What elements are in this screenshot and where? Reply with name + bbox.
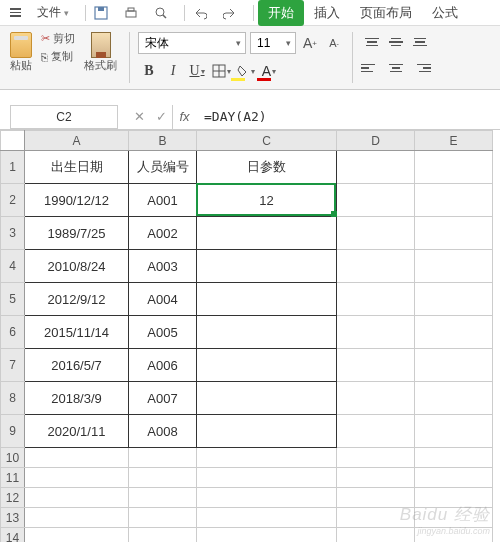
cell[interactable]: 1990/12/12 (25, 184, 129, 217)
paste-button[interactable]: 粘贴 (6, 30, 36, 75)
cell[interactable]: A002 (129, 217, 197, 250)
cell[interactable] (197, 382, 337, 415)
cell[interactable]: A006 (129, 349, 197, 382)
redo-icon[interactable] (219, 4, 241, 22)
cell[interactable]: A008 (129, 415, 197, 448)
cell[interactable] (337, 316, 415, 349)
col-header-c[interactable]: C (197, 131, 337, 151)
cell[interactable] (25, 468, 129, 488)
align-left-button[interactable] (361, 58, 383, 78)
row-header[interactable]: 8 (1, 382, 25, 415)
cell[interactable] (197, 349, 337, 382)
row-header[interactable]: 10 (1, 448, 25, 468)
cell[interactable] (197, 508, 337, 528)
cell[interactable] (415, 316, 493, 349)
cell[interactable]: 2015/11/14 (25, 316, 129, 349)
cell[interactable] (197, 448, 337, 468)
cell[interactable] (337, 217, 415, 250)
cell[interactable] (197, 415, 337, 448)
decrease-font-button[interactable]: A- (324, 33, 344, 53)
formula-input[interactable] (196, 105, 500, 129)
fx-button[interactable]: fx (172, 105, 196, 129)
cell[interactable]: 2016/5/7 (25, 349, 129, 382)
row-header[interactable]: 9 (1, 415, 25, 448)
cell[interactable] (415, 151, 493, 184)
col-header-a[interactable]: A (25, 131, 129, 151)
underline-button[interactable]: U (186, 60, 208, 82)
cell[interactable] (337, 382, 415, 415)
tab-insert[interactable]: 插入 (304, 0, 350, 26)
bold-button[interactable]: B (138, 60, 160, 82)
cell[interactable] (25, 488, 129, 508)
align-middle-button[interactable] (385, 32, 407, 52)
col-header-e[interactable]: E (415, 131, 493, 151)
cell[interactable]: 12 (197, 184, 337, 217)
format-painter-button[interactable]: 格式刷 (80, 30, 121, 75)
cell[interactable] (337, 184, 415, 217)
cell[interactable] (415, 382, 493, 415)
cell[interactable]: A007 (129, 382, 197, 415)
cell[interactable] (197, 316, 337, 349)
cell[interactable] (337, 151, 415, 184)
cell[interactable] (197, 528, 337, 543)
cell[interactable] (337, 415, 415, 448)
select-all-corner[interactable] (1, 131, 25, 151)
app-menu-button[interactable] (6, 6, 25, 19)
cell[interactable]: 2020/1/11 (25, 415, 129, 448)
cell[interactable]: A001 (129, 184, 197, 217)
italic-button[interactable]: I (162, 60, 184, 82)
accept-icon[interactable]: ✓ (150, 105, 172, 129)
cancel-icon[interactable]: ✕ (128, 105, 150, 129)
cell[interactable] (415, 250, 493, 283)
tab-layout[interactable]: 页面布局 (350, 0, 422, 26)
col-header-d[interactable]: D (337, 131, 415, 151)
cell[interactable] (129, 448, 197, 468)
cell[interactable] (197, 217, 337, 250)
tab-formula[interactable]: 公式 (422, 0, 468, 26)
name-box[interactable]: C2 (10, 105, 118, 129)
row-header[interactable]: 6 (1, 316, 25, 349)
cell[interactable] (197, 250, 337, 283)
copy-button[interactable]: ⎘复制 (39, 48, 77, 65)
row-header[interactable]: 13 (1, 508, 25, 528)
row-header[interactable]: 14 (1, 528, 25, 543)
row-header[interactable]: 2 (1, 184, 25, 217)
undo-icon[interactable] (189, 4, 211, 22)
cell[interactable] (415, 448, 493, 468)
font-color-button[interactable]: A (258, 60, 280, 82)
cell[interactable] (129, 508, 197, 528)
align-center-button[interactable] (385, 58, 407, 78)
cell[interactable] (415, 184, 493, 217)
tab-start[interactable]: 开始 (258, 0, 304, 26)
cell[interactable] (337, 250, 415, 283)
cell[interactable]: 人员编号 (129, 151, 197, 184)
cell[interactable] (415, 415, 493, 448)
save-icon[interactable] (90, 4, 112, 22)
fill-color-button[interactable] (234, 60, 256, 82)
row-header[interactable]: 3 (1, 217, 25, 250)
row-header[interactable]: 5 (1, 283, 25, 316)
cell[interactable] (129, 488, 197, 508)
cell[interactable] (415, 349, 493, 382)
cell[interactable]: 日参数 (197, 151, 337, 184)
cell[interactable] (415, 283, 493, 316)
cell[interactable] (415, 217, 493, 250)
cell[interactable] (415, 468, 493, 488)
cut-button[interactable]: ✂剪切 (39, 30, 77, 47)
cell[interactable]: 2018/3/9 (25, 382, 129, 415)
print-icon[interactable] (120, 4, 142, 22)
preview-icon[interactable] (150, 4, 172, 22)
cell[interactable] (129, 528, 197, 543)
row-header[interactable]: 1 (1, 151, 25, 184)
cell[interactable] (25, 508, 129, 528)
align-right-button[interactable] (409, 58, 431, 78)
align-bottom-button[interactable] (409, 32, 431, 52)
col-header-b[interactable]: B (129, 131, 197, 151)
row-header[interactable]: 11 (1, 468, 25, 488)
file-menu[interactable]: 文件▾ (33, 2, 73, 23)
font-size-select[interactable]: 11 (250, 32, 296, 54)
row-header[interactable]: 7 (1, 349, 25, 382)
cell[interactable] (197, 488, 337, 508)
row-header[interactable]: 12 (1, 488, 25, 508)
cell[interactable] (25, 528, 129, 543)
